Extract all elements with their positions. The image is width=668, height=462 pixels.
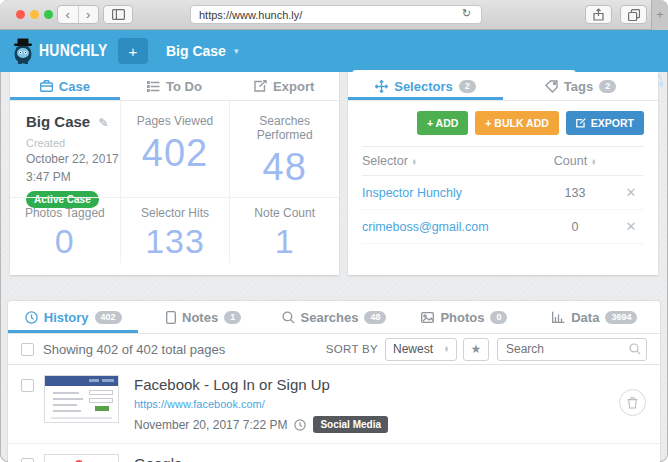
new-tab-button[interactable]: + bbox=[651, 0, 668, 30]
note-icon bbox=[166, 311, 176, 324]
created-date: October 22, 2017 bbox=[26, 151, 120, 167]
created-label: Created bbox=[26, 137, 120, 149]
export-icon bbox=[254, 80, 267, 92]
tab-count-badge: 2 bbox=[599, 80, 616, 93]
page-info: Google https://www.google.ca/?gfe_rd=cr&… bbox=[134, 454, 483, 462]
tag-icon bbox=[545, 80, 558, 93]
sort-by-label: SORT BY bbox=[326, 343, 378, 355]
sort-icon: ▲▼ bbox=[591, 159, 596, 165]
refresh-icon[interactable]: ↻ bbox=[462, 7, 471, 20]
row-checkbox[interactable] bbox=[21, 379, 34, 392]
new-case-button[interactable]: + bbox=[118, 38, 148, 64]
tab-count-badge: 0 bbox=[490, 311, 507, 324]
star-icon: ★ bbox=[471, 342, 482, 356]
select-all-checkbox[interactable] bbox=[21, 343, 34, 356]
stat-value: 402 bbox=[121, 132, 230, 175]
page-title[interactable]: Facebook - Log In or Sign Up bbox=[134, 376, 388, 393]
case-panel-tabs: Case To Do Export bbox=[10, 72, 339, 101]
history-toolbar: Showing 402 of 402 total pages SORT BY N… bbox=[8, 334, 660, 365]
selector-link[interactable]: Inspector Hunchly bbox=[362, 186, 532, 200]
stat-selector-hits: Selector Hits 133 bbox=[120, 197, 230, 263]
page-thumbnail[interactable] bbox=[44, 454, 119, 462]
tab-overview-button[interactable] bbox=[620, 5, 647, 24]
history-row[interactable]: Facebook - Log In or Sign Up https://www… bbox=[8, 365, 660, 444]
tab-count-badge: 1 bbox=[224, 311, 241, 324]
tab-history[interactable]: History 402 bbox=[8, 301, 138, 333]
sidebar-toggle-button[interactable] bbox=[103, 5, 133, 24]
history-search bbox=[497, 338, 647, 361]
row-checkbox[interactable] bbox=[21, 458, 34, 462]
table-row: crimeboss@gmail.com 0 ✕ bbox=[362, 210, 644, 244]
tab-photos[interactable]: Photos 0 bbox=[399, 301, 529, 333]
selectors-panel: Selectors 2 Tags 2 + ADD + BULK ADD EXPO… bbox=[348, 72, 658, 275]
sort-icon: ▲▼ bbox=[412, 159, 417, 165]
tab-count-badge: 3694 bbox=[605, 311, 637, 324]
selector-link[interactable]: crimeboss@gmail.com bbox=[362, 220, 532, 234]
hunchly-logo-icon bbox=[12, 38, 34, 64]
column-label: Selector bbox=[362, 154, 408, 168]
tab-label: History bbox=[44, 310, 89, 325]
sort-select[interactable]: Newest ▲▼ bbox=[385, 338, 457, 361]
back-icon[interactable]: ‹ bbox=[58, 6, 79, 23]
tab-count-badge: 2 bbox=[459, 80, 476, 93]
bulk-add-button[interactable]: + BULK ADD bbox=[475, 111, 559, 135]
table-row: Inspector Hunchly 133 ✕ bbox=[362, 176, 644, 210]
case-title-text: Big Case bbox=[26, 113, 90, 130]
case-panel: Case To Do Export Big Case ✎ Created Oct… bbox=[10, 72, 339, 275]
tab-data[interactable]: Data 3694 bbox=[530, 301, 660, 333]
share-icon bbox=[593, 8, 604, 21]
page-tag[interactable]: Social Media bbox=[313, 416, 388, 433]
stat-label: Pages Viewed bbox=[121, 114, 230, 128]
column-label: Count bbox=[554, 154, 587, 168]
tab-label: Notes bbox=[182, 310, 218, 325]
column-selector[interactable]: Selector▲▼ bbox=[362, 154, 532, 168]
sort-value: Newest bbox=[393, 342, 433, 356]
share-button[interactable] bbox=[585, 5, 612, 24]
tab-todo[interactable]: To Do bbox=[120, 72, 230, 100]
close-icon[interactable]: ✕ bbox=[618, 219, 644, 234]
tab-notes[interactable]: Notes 1 bbox=[138, 301, 268, 333]
add-selector-button[interactable]: + ADD bbox=[417, 111, 468, 135]
created-time: 3:47 PM bbox=[26, 169, 120, 185]
list-icon bbox=[147, 81, 160, 92]
edit-icon[interactable]: ✎ bbox=[98, 116, 108, 130]
starred-filter-button[interactable]: ★ bbox=[463, 338, 489, 361]
export-label: EXPORT bbox=[591, 117, 634, 129]
stat-label: Selector Hits bbox=[121, 206, 230, 220]
sidebar-icon bbox=[112, 9, 125, 20]
case-selector-dropdown[interactable]: Big Case ▾ bbox=[166, 43, 238, 59]
forward-icon[interactable]: › bbox=[79, 6, 99, 23]
zoom-window-button[interactable] bbox=[44, 10, 53, 19]
close-window-button[interactable] bbox=[16, 10, 25, 19]
close-icon[interactable]: ✕ bbox=[618, 185, 644, 200]
stat-label: Note Count bbox=[230, 206, 339, 220]
app-header: HUNCHLY + Big Case ▾ ⚙ bbox=[0, 30, 668, 72]
tab-selectors[interactable]: Selectors 2 bbox=[348, 72, 503, 100]
export-selectors-button[interactable]: EXPORT bbox=[566, 111, 644, 135]
page-thumbnail[interactable] bbox=[44, 375, 119, 423]
capture-date: November 20, 2017 7:22 PM bbox=[134, 418, 287, 432]
page-meta: November 20, 2017 7:22 PM Social Media bbox=[134, 416, 388, 433]
history-panel-tabs: History 402 Notes 1 Searches 48 Photos 0… bbox=[8, 301, 660, 334]
tab-count-badge: 48 bbox=[364, 311, 386, 324]
brand: HUNCHLY bbox=[12, 38, 123, 64]
tab-case[interactable]: Case bbox=[10, 72, 120, 100]
history-row[interactable]: Google https://www.google.ca/?gfe_rd=cr&… bbox=[8, 444, 660, 462]
tab-tags[interactable]: Tags 2 bbox=[503, 72, 658, 100]
delete-page-button[interactable] bbox=[619, 389, 646, 416]
history-search-input[interactable] bbox=[497, 338, 647, 361]
stat-value: 48 bbox=[230, 146, 339, 189]
history-panel: History 402 Notes 1 Searches 48 Photos 0… bbox=[8, 301, 660, 462]
column-count[interactable]: Count▲▼ bbox=[532, 154, 618, 168]
url-bar[interactable] bbox=[190, 5, 482, 24]
photo-icon bbox=[421, 312, 434, 323]
page-url-link[interactable]: https://www.facebook.com/ bbox=[134, 398, 388, 410]
minimize-window-button[interactable] bbox=[30, 10, 39, 19]
tab-export[interactable]: Export bbox=[229, 72, 339, 100]
selector-crosshair-icon bbox=[375, 80, 388, 93]
case-info: Big Case ✎ Created October 22, 2017 3:47… bbox=[10, 101, 120, 197]
tab-label: To Do bbox=[166, 79, 202, 94]
tab-searches[interactable]: Searches 48 bbox=[269, 301, 399, 333]
page-title[interactable]: Google bbox=[134, 455, 483, 462]
tabs-icon bbox=[628, 9, 640, 21]
